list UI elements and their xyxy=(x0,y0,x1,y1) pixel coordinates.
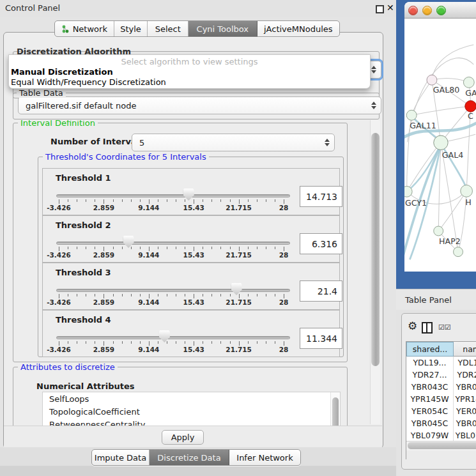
split-columns-icon[interactable] xyxy=(422,322,433,334)
attribute-list-item[interactable]: SelfLoops xyxy=(43,392,340,405)
slider-tick xyxy=(185,341,185,344)
gear-icon[interactable]: ⚙ xyxy=(408,321,417,332)
select-columns-checkboxes-icon[interactable]: ☑☑ xyxy=(438,323,451,332)
slider-track[interactable] xyxy=(56,194,290,197)
slider-tick-label: 21.715 xyxy=(226,204,252,211)
table-row[interactable]: YPR145WYPR145W xyxy=(406,393,476,405)
slider-tick xyxy=(104,341,104,346)
popup-item-manual-discretization[interactable]: Manual Discretization xyxy=(11,67,113,77)
apply-strip: Apply xyxy=(4,426,382,447)
slider-tick xyxy=(185,294,185,296)
table-cell: YBR045C xyxy=(454,417,476,429)
threshold-value-field[interactable]: 11.344 xyxy=(300,328,342,349)
network-canvas[interactable]: GAL80GACGAL11GAL4GCY1HHAP2 xyxy=(404,19,476,272)
attributes-scroll-thumb[interactable] xyxy=(332,397,339,426)
network-edge[interactable] xyxy=(432,45,473,80)
slider-tick xyxy=(230,199,231,202)
slider-tick xyxy=(140,341,141,344)
column-header-shared[interactable]: shared... xyxy=(406,342,454,357)
slider-handle[interactable] xyxy=(231,283,242,295)
network-view-window[interactable]: GAL80GACGAL11GAL4GCY1HHAP2 xyxy=(404,2,476,272)
slider-tick xyxy=(140,247,141,249)
network-window-frame[interactable]: GAL80GACGAL11GAL4GCY1HHAP2 xyxy=(396,0,476,289)
network-node-gal80[interactable] xyxy=(427,75,437,85)
slider-tick xyxy=(239,247,240,251)
tab-infer-network[interactable]: Infer Network xyxy=(229,450,300,465)
settings-scroll-thumb[interactable] xyxy=(371,133,380,366)
apply-button[interactable]: Apply xyxy=(162,430,204,445)
slider-tick-label: 15.43 xyxy=(183,204,204,211)
minimize-light[interactable] xyxy=(422,6,432,15)
slider-tick xyxy=(194,199,194,204)
slider-tick xyxy=(167,294,167,296)
network-node-h[interactable] xyxy=(461,185,473,197)
network-node-hap2[interactable] xyxy=(434,226,443,236)
slider-handle[interactable] xyxy=(123,236,134,248)
tab-network[interactable]: Network xyxy=(55,21,114,36)
tab-style[interactable]: Style xyxy=(114,21,148,36)
slider-tick-label: 15.43 xyxy=(183,251,204,259)
network-graph: GAL80GACGAL11GAL4GCY1HHAP2 xyxy=(404,19,476,272)
settings-scrollbar[interactable] xyxy=(370,120,380,424)
threshold-value-field[interactable]: 6.316 xyxy=(300,233,342,254)
network-edge[interactable] xyxy=(411,106,470,115)
slider-track[interactable] xyxy=(56,242,290,245)
slider-tick-label: 2.859 xyxy=(93,298,114,306)
cyni-bottom-tabs: Impute DataDiscretize DataInfer Network xyxy=(91,449,301,466)
slider-tick-label: 9.144 xyxy=(138,251,159,259)
threshold-value-field[interactable]: 14.713 xyxy=(300,186,342,207)
network-edge[interactable] xyxy=(438,191,466,231)
threshold-label: Threshold 4 xyxy=(56,315,111,325)
network-node-label: GAL11 xyxy=(410,121,436,130)
bottom-background-2 xyxy=(0,466,396,476)
table-row[interactable]: YDR27...YDR27... xyxy=(406,369,476,381)
tab-select[interactable]: Select xyxy=(148,21,188,36)
slider-tick-label: -3.426 xyxy=(47,346,71,353)
close-icon[interactable]: ✕ xyxy=(387,3,394,13)
tab-cyni-toolbox[interactable]: Cyni Toolbox xyxy=(188,21,257,36)
table-row[interactable]: YBR045CYBR045C xyxy=(406,417,476,429)
network-node-ga[interactable] xyxy=(463,77,474,88)
network-node-gal11[interactable] xyxy=(406,110,417,120)
tab-label: Infer Network xyxy=(236,453,293,463)
tab-jactivemnodules[interactable]: jActiveMNodules xyxy=(257,21,339,36)
slider-tick xyxy=(149,199,150,204)
slider-handle[interactable] xyxy=(159,330,170,342)
table-row[interactable]: YBL079WYBL079W xyxy=(406,429,476,441)
attribute-list-item[interactable]: BetweennessCentrality xyxy=(43,418,340,426)
num-intervals-spinner[interactable]: 5 xyxy=(132,134,335,151)
table-horizontal-scrollbar[interactable] xyxy=(406,441,476,450)
slider-tick xyxy=(275,341,275,344)
table-row[interactable]: YBR043CYBR043C xyxy=(406,381,476,393)
attributes-list-scrollbar[interactable] xyxy=(330,392,340,426)
close-light[interactable] xyxy=(408,6,418,15)
slider-tick xyxy=(185,199,185,202)
network-node-gcy1[interactable] xyxy=(404,186,412,197)
numerical-attributes-list[interactable]: SelfLoopsTopologicalCoefficientBetweenne… xyxy=(42,392,341,426)
threshold-value-field[interactable]: 21.4 xyxy=(300,280,342,302)
network-node-gal4[interactable] xyxy=(434,135,448,150)
network-node-label: C xyxy=(468,111,473,121)
network-node[interactable] xyxy=(454,247,463,257)
tab-impute-data[interactable]: Impute Data xyxy=(92,450,150,465)
float-window-icon[interactable] xyxy=(376,5,384,13)
table-row[interactable]: YER054CYER054C xyxy=(406,405,476,417)
tab-discretize-data[interactable]: Discretize Data xyxy=(150,450,229,465)
slider-tick xyxy=(275,294,275,296)
zoom-light[interactable] xyxy=(436,6,446,15)
table-data-combobox[interactable]: galFiltered.sif default node xyxy=(18,96,381,114)
slider-tick xyxy=(203,294,203,296)
node-table-header: shared...name xyxy=(406,342,476,357)
column-header-name[interactable]: name xyxy=(454,342,476,357)
table-row[interactable]: YDL19...YDL19... xyxy=(406,357,476,369)
network-node-c[interactable] xyxy=(465,100,476,112)
slider-track[interactable] xyxy=(56,289,290,292)
network-window-titlebar[interactable] xyxy=(404,2,476,19)
slider-tick-label: 28 xyxy=(279,298,289,306)
slider-tick xyxy=(248,247,249,249)
table-hscroll-thumb[interactable] xyxy=(408,442,476,449)
popup-item-equal-width-frequency[interactable]: Equal Width/Frequency Discretization xyxy=(11,77,166,87)
attribute-list-item[interactable]: TopologicalCoefficient xyxy=(43,405,340,418)
slider-track[interactable] xyxy=(56,336,290,339)
network-edge[interactable] xyxy=(407,147,440,192)
